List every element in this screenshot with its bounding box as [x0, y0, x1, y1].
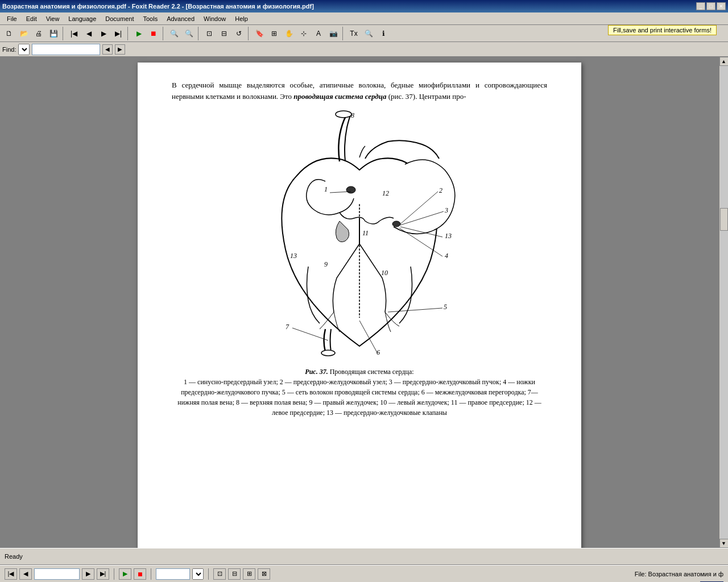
- maximize-button[interactable]: □: [706, 2, 715, 10]
- hand-button[interactable]: ✋: [282, 27, 296, 40]
- svg-text:3: 3: [444, 206, 448, 214]
- scroll-track[interactable]: [720, 66, 728, 539]
- svg-point-0: [336, 111, 351, 118]
- window-title: Возрастная анатомия и физиология.pdf - F…: [2, 3, 314, 10]
- svg-point-3: [392, 221, 400, 227]
- minimize-button[interactable]: _: [696, 2, 705, 10]
- menu-window[interactable]: Window: [199, 14, 230, 23]
- menu-bar: File Edit View Language Document Tools A…: [0, 13, 728, 25]
- first-page-nav-button[interactable]: |◀: [5, 568, 17, 580]
- find-bar: Find: ▼ ◀ ▶: [0, 42, 728, 57]
- main-area: В сердечной мышце выделяются особые, ати…: [0, 57, 728, 548]
- status-bar: Ready: [0, 548, 728, 565]
- toolbar-separator-2: [127, 27, 130, 40]
- last-page-nav-button[interactable]: ▶|: [97, 568, 109, 580]
- nav-separator-1: [114, 568, 114, 580]
- thumbnail-button[interactable]: ⊞: [267, 27, 281, 40]
- save-button[interactable]: 💾: [47, 27, 60, 40]
- svg-text:12: 12: [382, 189, 389, 197]
- annotation-button[interactable]: ℹ: [377, 27, 390, 40]
- play-button[interactable]: ▶: [132, 27, 146, 40]
- highlight-button[interactable]: Tx: [347, 27, 361, 40]
- toolbar-separator-3: [163, 27, 165, 40]
- page-number-input[interactable]: 251 of 417: [34, 568, 80, 580]
- toolbar-separator-5: [248, 27, 250, 40]
- fit-page-nav-button[interactable]: ⊡: [213, 568, 226, 580]
- svg-text:5: 5: [444, 303, 447, 311]
- snapshot-button[interactable]: 📷: [326, 27, 340, 40]
- svg-text:13: 13: [290, 252, 297, 260]
- file-info-label: File: Возрастная анатомия и ф: [635, 571, 723, 577]
- typewriter-button[interactable]: A: [312, 27, 325, 40]
- svg-text:9: 9: [324, 260, 328, 268]
- first-page-button[interactable]: |◀: [67, 27, 81, 40]
- zoom-input[interactable]: 150%: [156, 568, 190, 580]
- rotate-nav-button[interactable]: ⊞: [243, 568, 255, 580]
- ready-status: Ready: [5, 553, 23, 560]
- menu-view[interactable]: View: [42, 14, 64, 23]
- toolbar-separator-1: [63, 27, 65, 40]
- new-button[interactable]: 🗋: [2, 27, 16, 40]
- stop-nav-button[interactable]: ⏹: [134, 568, 146, 580]
- scroll-thumb[interactable]: [720, 208, 728, 231]
- prev-page-nav-button[interactable]: ◀: [19, 568, 32, 580]
- figure-title: Проводящая система сердца:: [328, 368, 414, 376]
- find-prev-button[interactable]: ◀: [102, 44, 113, 55]
- print-button[interactable]: 🖨: [32, 27, 46, 40]
- svg-point-2: [346, 186, 355, 193]
- svg-line-25: [292, 328, 328, 340]
- zoom-out-button[interactable]: 🔍: [182, 27, 196, 40]
- nav-bar: |◀ ◀ 251 of 417 ▶ ▶| ▶ ⏹ 150% ▼ ⊡ ⊟ ⊞ ⊠ …: [0, 565, 728, 582]
- toolbar-separator-4: [198, 27, 200, 40]
- figure-label: Рис. 37.: [305, 368, 328, 376]
- svg-text:8: 8: [351, 111, 354, 119]
- svg-text:10: 10: [381, 269, 388, 277]
- fit-width-nav-button[interactable]: ⊟: [228, 568, 241, 580]
- nav-separator-2: [151, 568, 151, 580]
- extra-nav-button-1[interactable]: ⊠: [258, 568, 270, 580]
- next-page-button[interactable]: ▶: [97, 27, 110, 40]
- svg-text:1: 1: [324, 185, 328, 193]
- svg-text:4: 4: [445, 252, 448, 260]
- svg-text:13: 13: [445, 232, 452, 240]
- figure-description: 1 — синусно-предсердный узел; 2 — предсе…: [177, 378, 541, 417]
- nav-separator-3: [208, 568, 209, 580]
- prev-page-button[interactable]: ◀: [82, 27, 96, 40]
- vertical-scrollbar[interactable]: ▲ ▼: [719, 57, 728, 548]
- play-nav-button[interactable]: ▶: [119, 568, 131, 580]
- scroll-down-button[interactable]: ▼: [719, 539, 729, 548]
- bookmark-button[interactable]: 🔖: [253, 27, 266, 40]
- last-page-button[interactable]: ▶|: [111, 27, 125, 40]
- zoom-dropdown[interactable]: ▼: [192, 568, 204, 580]
- next-page-nav-button[interactable]: ▶: [82, 568, 94, 580]
- figure-caption: Рис. 37. Проводящая система сердца: 1 — …: [172, 367, 547, 418]
- find-next-button[interactable]: ▶: [115, 44, 125, 55]
- heart-diagram: 8: [251, 107, 468, 363]
- select-button[interactable]: ⊹: [297, 27, 311, 40]
- menu-advanced[interactable]: Advanced: [162, 14, 199, 23]
- find-label: Find:: [2, 46, 16, 53]
- rotate-button[interactable]: ↺: [232, 27, 246, 40]
- fit-width-button[interactable]: ⊟: [217, 27, 231, 40]
- bold-text: проводящая система сердца: [293, 92, 386, 101]
- menu-edit[interactable]: Edit: [22, 14, 42, 23]
- search-button[interactable]: 🔍: [362, 27, 375, 40]
- fit-page-button[interactable]: ⊡: [202, 27, 216, 40]
- menu-language[interactable]: Language: [64, 14, 101, 23]
- menu-document[interactable]: Document: [101, 14, 138, 23]
- scroll-up-button[interactable]: ▲: [719, 57, 729, 66]
- open-button[interactable]: 📂: [17, 27, 31, 40]
- title-bar: Возрастная анатомия и физиология.pdf - F…: [0, 0, 728, 13]
- stop-button[interactable]: ⏹: [147, 27, 160, 40]
- document-area: В сердечной мышце выделяются особые, ати…: [0, 57, 719, 548]
- menu-help[interactable]: Help: [230, 14, 253, 23]
- menu-tools[interactable]: Tools: [138, 14, 162, 23]
- find-input[interactable]: [32, 44, 100, 55]
- find-options-select[interactable]: ▼: [18, 44, 30, 55]
- zoom-in-button[interactable]: 🔍: [167, 27, 181, 40]
- fill-bar-text: Fill,save and print interactive forms!: [613, 27, 712, 34]
- window-controls: _ □ ✕: [696, 2, 726, 10]
- close-button[interactable]: ✕: [717, 2, 726, 10]
- menu-file[interactable]: File: [2, 14, 22, 23]
- fill-bar: Fill,save and print interactive forms!: [608, 25, 717, 35]
